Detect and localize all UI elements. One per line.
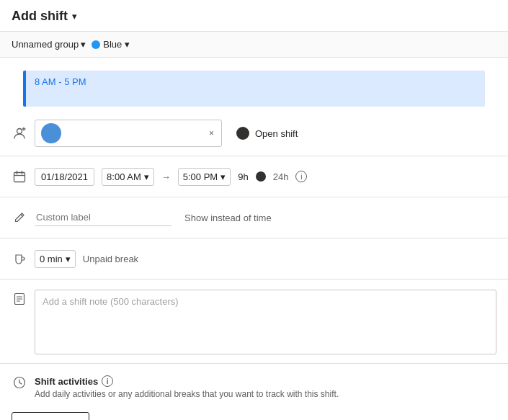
svg-point-0 (17, 129, 22, 134)
calendar-icon (12, 170, 27, 183)
group-chevron-icon: ▾ (81, 39, 86, 50)
note-row (0, 282, 508, 360)
group-name-label: Unnamed group (12, 39, 79, 50)
person-search-input[interactable]: × (35, 120, 222, 147)
divider-3 (0, 238, 508, 238)
break-chevron-icon: ▾ (66, 254, 71, 264)
activities-title: Shift activities i (35, 375, 496, 387)
shift-preview-container: 8 AM - 5 PM (0, 58, 508, 107)
person-row: × Open shift (0, 114, 508, 153)
svg-line-14 (19, 383, 22, 384)
shift-note-textarea[interactable] (35, 290, 496, 354)
color-label-text: Blue (103, 39, 122, 50)
header: Add shift ▾ (0, 0, 508, 32)
color-dot (92, 40, 100, 49)
datetime-row: 01/18/2021 8:00 AM ▾ → 5:00 PM ▾ 9h 24h … (0, 159, 508, 194)
avatar (41, 123, 61, 143)
clear-person-button[interactable]: × (208, 128, 215, 139)
note-icon (12, 290, 27, 305)
custom-label-input[interactable] (35, 209, 171, 226)
divider-2 (0, 197, 508, 197)
subheader: Unnamed group ▾ Blue ▾ (0, 32, 508, 58)
duration-label: 9h (238, 171, 248, 182)
break-row: 0 min ▾ Unpaid break (0, 241, 508, 276)
show-instead-label: Show instead of time (184, 213, 272, 223)
activities-info-icon[interactable]: i (102, 375, 113, 387)
activities-clock-icon (12, 375, 27, 389)
person-icon (12, 127, 27, 140)
break-duration-select[interactable]: 0 min ▾ (35, 250, 76, 268)
start-time-chevron-icon: ▾ (144, 171, 149, 182)
header-chevron-icon[interactable]: ▾ (72, 11, 77, 22)
color-selector[interactable]: Blue ▾ (92, 39, 130, 50)
unpaid-break-label: Unpaid break (83, 254, 138, 264)
hours-info-icon[interactable]: i (295, 171, 307, 182)
pencil-icon (12, 212, 27, 223)
open-shift-toggle[interactable]: Open shift (236, 127, 298, 140)
divider-4 (0, 279, 508, 280)
activities-description: Add daily activities or any additional b… (35, 388, 496, 401)
arrow-right-icon: → (161, 171, 171, 182)
shift-preview-block: 8 AM - 5 PM (23, 71, 485, 107)
add-activity-button[interactable]: Add activity (12, 412, 89, 420)
open-shift-label: Open shift (255, 128, 298, 139)
svg-line-7 (21, 215, 23, 217)
group-selector[interactable]: Unnamed group ▾ (12, 39, 86, 50)
start-time-select[interactable]: 8:00 AM ▾ (102, 168, 154, 186)
date-input[interactable]: 01/18/2021 (35, 168, 94, 186)
color-chevron-icon: ▾ (125, 39, 130, 50)
activities-section: Shift activities i Add daily activities … (0, 367, 508, 405)
activities-content: Shift activities i Add daily activities … (35, 375, 496, 401)
custom-label-row: Show instead of time (0, 200, 508, 235)
page-title: Add shift (12, 9, 68, 24)
divider-5 (0, 363, 508, 364)
end-time-select[interactable]: 5:00 PM ▾ (178, 168, 231, 186)
hours-label: 24h (273, 171, 289, 182)
end-time-chevron-icon: ▾ (220, 171, 226, 182)
open-shift-toggle-dot (236, 127, 249, 140)
duration-dot (256, 171, 266, 182)
break-icon (12, 252, 27, 265)
divider-1 (0, 156, 508, 156)
svg-rect-3 (14, 173, 25, 182)
shift-time-preview: 8 AM - 5 PM (35, 76, 86, 87)
